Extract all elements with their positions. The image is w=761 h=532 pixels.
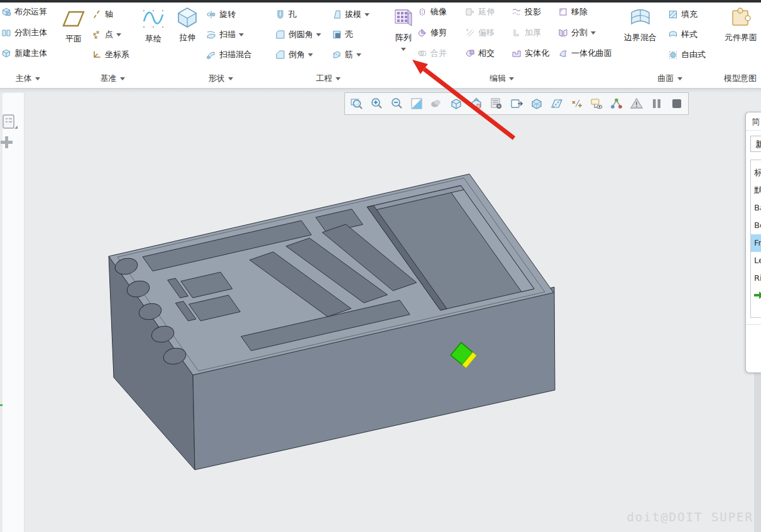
display-cube-icon xyxy=(530,97,544,111)
pause-icon xyxy=(650,97,664,111)
orientation-item-right[interactable]: Rig xyxy=(751,269,761,287)
orientation-item-default[interactable]: 默 xyxy=(751,182,761,199)
datum-display-filters-button[interactable] xyxy=(547,94,567,113)
annotation-display-icon xyxy=(570,97,584,111)
enter-component-icon xyxy=(510,97,523,111)
orientation-item-front-selected[interactable]: Fro xyxy=(751,234,761,252)
right-panel: 简 新 标 默 Ba Bo Fro Le Rig xyxy=(745,112,761,373)
orientation-item-more[interactable] xyxy=(751,287,761,303)
right-panel-divider xyxy=(746,324,761,325)
repaint-button[interactable] xyxy=(407,94,427,113)
model[interactable] xyxy=(109,174,555,470)
exit-view-button[interactable] xyxy=(667,94,687,113)
application-window: 布尔运算 分割主体 新建主体 主体 平面 轴 xyxy=(0,0,761,532)
display-style-button[interactable] xyxy=(446,94,466,113)
shading-style-icon xyxy=(429,97,443,111)
saved-orientations-button[interactable] xyxy=(466,94,486,113)
datum-display-filters-icon xyxy=(550,97,564,111)
orientation-list: 标 默 Ba Bo Fro Le Rig xyxy=(750,160,761,318)
left-navigator-strip xyxy=(3,93,25,532)
shading-style-button[interactable] xyxy=(427,94,447,113)
zoom-window-icon xyxy=(349,97,363,111)
zoom-in-button[interactable] xyxy=(366,94,386,113)
annotation-display-button[interactable] xyxy=(567,94,587,113)
zoom-in-icon xyxy=(370,97,383,111)
show-annotations-button[interactable] xyxy=(587,94,607,113)
green-arrow-icon xyxy=(754,291,761,299)
analysis-warning-button[interactable] xyxy=(627,94,647,113)
analysis-warning-icon xyxy=(630,97,643,111)
tree-filter-button[interactable] xyxy=(606,94,627,113)
zoom-out-button[interactable] xyxy=(386,94,407,113)
right-panel-new-button[interactable]: 新 xyxy=(750,136,761,152)
view-toolbar xyxy=(344,92,689,115)
orientation-item-back[interactable]: Ba xyxy=(751,199,761,217)
view-manager-button[interactable] xyxy=(486,94,506,113)
zoom-out-icon xyxy=(390,97,403,111)
saved-orientations-icon xyxy=(469,97,483,111)
tree-filter-icon xyxy=(610,97,623,111)
orientation-item-standard[interactable]: 标 xyxy=(751,164,761,182)
orientation-item-left[interactable]: Le xyxy=(751,252,761,269)
show-annotations-icon xyxy=(589,97,603,111)
repaint-icon xyxy=(410,97,424,111)
graphics-area[interactable]: doit@DOIT SUPER 简 新 标 默 Ba Bo Fro Le Rig xyxy=(0,88,761,532)
enter-component-button[interactable] xyxy=(506,94,527,113)
zoom-window-button[interactable] xyxy=(346,94,366,113)
orientation-item-bottom[interactable]: Bo xyxy=(751,217,761,234)
view-manager-icon xyxy=(490,97,503,111)
display-cube-button[interactable] xyxy=(527,94,547,113)
add-icon[interactable] xyxy=(0,134,14,149)
right-edge-strip xyxy=(754,372,761,532)
pause-button[interactable] xyxy=(647,94,667,113)
exit-view-icon xyxy=(670,97,684,111)
display-style-icon xyxy=(449,97,463,111)
model-tree-list-icon[interactable] xyxy=(1,113,18,132)
right-panel-tab[interactable]: 简 xyxy=(746,112,761,131)
model-canvas xyxy=(0,0,761,532)
